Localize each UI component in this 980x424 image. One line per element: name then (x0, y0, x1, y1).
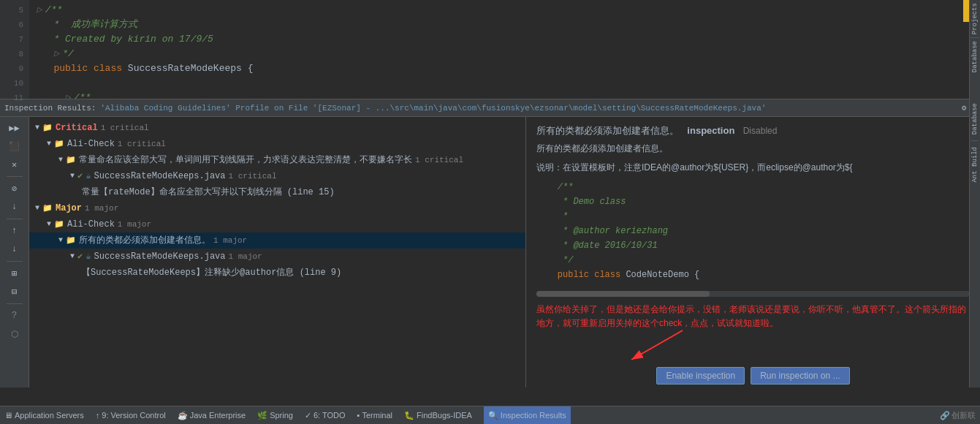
status-item-terminal[interactable]: ▪ Terminal (357, 411, 392, 420)
tree-item-file-major[interactable]: ▼ ✔ ☕ SuccessRateModeKeeps.java 1 major (29, 249, 525, 265)
tree-item-label: Ali-Check (67, 218, 115, 231)
left-toolbar: ▶▶ ⬛ ✕ ⊘ ↓ ↑ ↓ ⊞ ⊟ ? ⬡ (0, 117, 29, 387)
expand-arrow: ▼ (58, 154, 63, 167)
tree-item-label: Ali-Check (67, 137, 115, 151)
sidebar-tab-database[interactable]: Database (971, 38, 979, 75)
count-badge: 1 critical (229, 170, 277, 183)
inspection-results-icon: 🔍 (488, 411, 498, 420)
folder-icon: 📁 (42, 202, 53, 215)
tree-panel[interactable]: ▼ 📁 Critical 1 critical ▼ 📁 Ali-Check 1 … (29, 117, 526, 387)
detail-status: Disabled (743, 126, 778, 136)
help-button[interactable]: ? (7, 308, 23, 324)
severity-label: Major (56, 202, 82, 215)
tree-item-major[interactable]: ▼ 📁 Major 1 major (29, 200, 525, 216)
action-buttons: Enable inspection Run inspection on ... (536, 367, 970, 385)
annotation-container: 虽然你给关掉了，但是她还是会给你提示，没错，老师该说还是要说，你听不听，他真管不… (536, 303, 970, 330)
expand-arrow: ▼ (70, 250, 75, 263)
code-line-6: */ (536, 253, 970, 268)
code-line-2: * Demo class (536, 194, 970, 209)
spring-icon: 🌿 (257, 411, 267, 420)
check-icon: ✔ (77, 170, 83, 183)
yellow-marker (963, 0, 969, 22)
inspection-keyword: inspection (687, 125, 734, 136)
tree-item-file-critical[interactable]: ▼ ✔ ☕ SuccessRateModeKeeps.java 1 critic… (29, 168, 525, 184)
todo-icon: ✓ (305, 411, 311, 420)
detail-scrollbar[interactable] (536, 291, 970, 297)
sidebar-tab-projects[interactable]: Projects (971, 0, 979, 37)
java-icon: ☕ (86, 170, 91, 183)
status-item-label: Application Servers (15, 411, 84, 420)
right-sidebar-main: Database Ant Build (969, 99, 980, 387)
filter-button[interactable]: ⊘ (7, 181, 23, 197)
java-enterprise-icon: ☕ (178, 411, 188, 420)
status-item-spring[interactable]: 🌿 Spring (257, 411, 293, 420)
java-icon: ☕ (86, 250, 91, 263)
code-content: ▷/** * 成功率计算方式 * Created by kirin on 17/… (29, 0, 980, 99)
detail-header: 所有的类都必须添加创建者信息。 inspection Disabled (536, 124, 970, 137)
tree-item-label: 常量命名应该全部大写，单词间用下划线隔开，力求语义表达完整清楚，不要嫌名字长 (79, 154, 412, 167)
expand-arrow: ▼ (47, 137, 51, 151)
settings-icon[interactable]: ⚙ (962, 103, 967, 113)
tree-item-label: 所有的类都必须添加创建者信息。 (79, 234, 210, 247)
status-bar: 🖥 Application Servers ↑ 9: Version Contr… (0, 406, 980, 424)
detail-description: 所有的类都必须添加创建者信息。 (536, 142, 970, 155)
folder-icon: 📁 (66, 234, 76, 247)
status-item-java-enterprise[interactable]: ☕ Java Enterprise (178, 411, 246, 420)
code-line: * 成功率计算方式 (37, 18, 980, 32)
toolbar-divider (7, 219, 23, 219)
count-badge: 1 major (118, 218, 151, 231)
sidebar-tab-database[interactable]: Database (970, 99, 979, 139)
stop-button[interactable]: ⬛ (7, 138, 23, 154)
run-inspection-button[interactable]: Run inspection on ... (751, 367, 849, 385)
expand-arrow: ▼ (58, 234, 63, 247)
count-badge: 1 major (229, 250, 262, 263)
expand-arrow: ▼ (70, 170, 75, 183)
toolbar-divider (7, 261, 23, 262)
inspection-bar-profile: 'Alibaba Coding Guidelines' Profile on F… (100, 104, 957, 113)
severity-label: Critical (56, 121, 98, 135)
check-icon: ✔ (77, 250, 83, 263)
prev-button[interactable]: ↑ (7, 223, 23, 239)
status-item-inspection-results[interactable]: 🔍 Inspection Results (484, 406, 571, 424)
tree-item-label: SuccessRateModeKeeps.java (94, 250, 225, 263)
sidebar-tab-ant-build[interactable]: Ant Build (970, 143, 979, 187)
tree-item-alicheck-major[interactable]: ▼ 📁 Ali-Check 1 major (29, 216, 525, 232)
next-button[interactable]: ↓ (7, 241, 23, 257)
right-sidebar: Projects Database (969, 0, 980, 99)
folder-icon: 📁 (54, 137, 64, 151)
status-item-findbugs[interactable]: 🐛 FindBugs-IDEA (404, 411, 472, 420)
status-item-version-control[interactable]: ↑ 9: Version Control (96, 411, 166, 420)
tree-item-critical[interactable]: ▼ 📁 Critical 1 critical (29, 120, 525, 136)
status-item-todo[interactable]: ✓ 6: TODO (305, 411, 346, 420)
scrollbar-thumb (536, 291, 710, 297)
code-line-7: public class CodeNoteDemo { (536, 268, 970, 282)
tree-item-label: 【SuccessRateModeKeeps】注释缺少@author信息 (lin… (82, 266, 341, 279)
inspection-bar: Inspection Results: 'Alibaba Coding Guid… (0, 99, 980, 117)
status-item-label: Spring (270, 411, 293, 420)
detail-explanation: 说明：在设置模板时，注意IDEA的@author为${USER}，而eclips… (536, 161, 970, 174)
expand-button[interactable]: ⊞ (7, 265, 23, 281)
count-badge: 1 critical (118, 137, 166, 151)
code-line: ▷/** (37, 91, 980, 99)
collapse-button[interactable]: ⊟ (7, 284, 23, 300)
close-button[interactable]: ✕ (7, 156, 23, 173)
code-line: ▷/** (37, 3, 980, 18)
rerun-button[interactable]: ▶▶ (7, 120, 23, 136)
tree-item-ratemode[interactable]: 常量【rateMode】命名应全部大写并以下划线分隔 (line 15) (29, 184, 525, 200)
expand-arrow: ▼ (35, 121, 39, 135)
detail-code-block: /** * Demo class * * @author keriezhang … (536, 180, 970, 282)
export-button[interactable]: ↓ (7, 199, 23, 215)
count-badge: 1 critical (101, 121, 149, 135)
toolbar-divider (7, 176, 23, 177)
code-line: ▷*/ (37, 47, 980, 61)
svg-line-1 (631, 330, 683, 360)
enable-inspection-button[interactable]: Enable inspection (656, 367, 745, 385)
tree-item-creator-info[interactable]: ▼ 📁 所有的类都必须添加创建者信息。 1 major (29, 232, 525, 249)
tree-item-alicheck-critical[interactable]: ▼ 📁 Ali-Check 1 critical (29, 136, 525, 152)
status-item-app-servers[interactable]: 🖥 Application Servers (4, 411, 84, 420)
tree-item-naming-rule[interactable]: ▼ 📁 常量命名应该全部大写，单词间用下划线隔开，力求语义表达完整清楚，不要嫌名… (29, 152, 525, 168)
extra-button[interactable]: ⬡ (7, 326, 23, 342)
red-arrow-svg (624, 323, 712, 367)
tree-item-author-missing[interactable]: 【SuccessRateModeKeeps】注释缺少@author信息 (lin… (29, 265, 525, 281)
code-line-5: * @date 2016/10/31 (536, 238, 970, 253)
